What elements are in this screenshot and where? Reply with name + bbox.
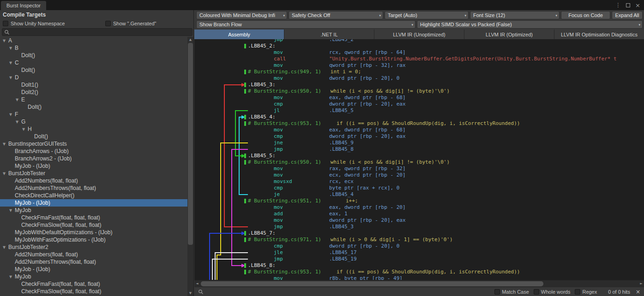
branch-flow-dropdown[interactable]: Show Branch Flow▾ [196, 20, 415, 29]
tree-item[interactable]: MyJob - (IJob) [0, 266, 187, 273]
window-tab-burst-inspector[interactable]: Burst Inspector [1, 1, 46, 10]
tree-item[interactable]: DoIt1() [0, 81, 187, 89]
tab-llvm-ir-optimisation-diagnostics[interactable]: LLVM IR Optimisation Diagnostics [554, 30, 644, 39]
simd-highlight-dropdown[interactable]: Highlight SIMD Scalar vs Packed (False)▾ [417, 20, 643, 29]
tree-item[interactable]: DoIt() [0, 52, 187, 59]
tree-item[interactable]: ▼BurstJobTester [0, 170, 187, 177]
tree-item[interactable]: MyJobWithDefaultOptimizations - (IJob) [0, 229, 187, 236]
tree-item[interactable]: Add2Numbers(float, float) [0, 251, 187, 258]
close-search-icon[interactable]: × [636, 289, 640, 295]
targets-search-input[interactable] [12, 29, 190, 36]
foldout-open-icon[interactable]: ▼ [16, 96, 21, 103]
asm-label: .LBB45_7: [248, 230, 276, 236]
asm-mnemonic: mov [274, 204, 329, 211]
code-line-label: .LBB45_3: [194, 82, 644, 88]
safety-check-dropdown[interactable]: Safety Check Off▾ [289, 11, 383, 19]
show-generated-checkbox[interactable]: Show ".Generated" [105, 20, 156, 27]
tab-llvm-ir-optimized[interactable]: LLVM IR (Optimized) [464, 30, 554, 39]
foldout-open-icon[interactable]: ▼ [16, 118, 21, 125]
checkbox-box[interactable] [575, 289, 580, 295]
foldout-open-icon[interactable]: ▼ [9, 45, 15, 52]
focus-on-code-button[interactable]: Focus on Code [561, 11, 610, 19]
match-case-checkbox[interactable]: Match Case [494, 289, 529, 295]
whole-words-checkbox[interactable]: Whole words [534, 289, 571, 295]
tree-item[interactable]: CheckFmaFast(float, float, float) [0, 280, 187, 288]
foldout-open-icon[interactable]: ▼ [9, 111, 15, 118]
tree-item[interactable]: BranchArrows2 - (IJob) [0, 155, 187, 162]
tree-item[interactable]: ▼C [0, 59, 187, 66]
block-marker-icon [244, 160, 246, 165]
tree-item[interactable]: Add2Numbers(float, float) [0, 177, 187, 184]
code-line-asm: jmp.LBB45_2 [194, 39, 644, 43]
checkbox-box[interactable] [494, 289, 500, 295]
window-close-icon[interactable]: × [635, 2, 640, 9]
target-dropdown[interactable]: Target (Auto)▾ [385, 11, 469, 19]
tree-item[interactable]: ▼G [0, 118, 187, 125]
tree-item[interactable]: ▼D [0, 74, 187, 81]
tree-item[interactable]: CheckFmaSlow(float, float, float) [0, 288, 187, 295]
show-unity-namespace-checkbox[interactable]: Show Unity Namespace [3, 20, 65, 27]
tree-item[interactable]: ▼BurstJobTester2 [0, 243, 187, 251]
scroll-right-icon[interactable]: ► [638, 280, 644, 287]
tree-item[interactable]: ▼A [0, 37, 187, 44]
tree-item[interactable]: ▼MyJob [0, 207, 187, 214]
find-field[interactable] [198, 288, 490, 295]
code-line-label: .LBB45_7: [194, 230, 644, 237]
tree-item[interactable]: DoIt() [0, 103, 187, 111]
regex-checkbox[interactable]: Regex [575, 289, 597, 295]
foldout-open-icon[interactable]: ▼ [9, 59, 15, 66]
tree-item[interactable]: ▼B [0, 44, 187, 52]
tree-item[interactable]: Add2NumbersThrows(float, float) [0, 258, 187, 266]
tree-item[interactable]: DoIt() [0, 66, 187, 74]
scroll-left-icon[interactable]: ◄ [194, 280, 200, 287]
asm-mnemonic: movsxd [274, 178, 329, 185]
tree-item[interactable]: CheckFmaFast(float, float, float) [0, 214, 187, 221]
checkbox-box[interactable] [105, 21, 111, 26]
find-input[interactable] [206, 288, 490, 295]
tree-item[interactable]: ▼H [0, 125, 187, 133]
tab-net-il[interactable]: .NET IL [284, 30, 374, 39]
tab-llvm-ir-unoptimized[interactable]: LLVM IR (Unoptimized) [374, 30, 464, 39]
checkbox-box[interactable] [3, 21, 8, 26]
tree-item[interactable]: ▼MyJob [0, 273, 187, 280]
tree-item[interactable]: Add2NumbersThrows(float, float) [0, 184, 187, 192]
tree-item[interactable]: ▼E [0, 96, 187, 103]
tree-item[interactable]: MyJob - (IJob) [0, 199, 187, 207]
checkbox-box[interactable] [534, 289, 539, 295]
tree-scrollbar-thumb[interactable] [188, 43, 193, 245]
tree-item[interactable]: CheckFmaSlow(float, float, float) [0, 221, 187, 229]
control-label: Coloured With Minimal Debug Infi [199, 12, 275, 18]
tree-item-label: Add2NumbersThrows(float, float) [15, 259, 96, 265]
code-line-asm: jle.LBB45_17 [194, 249, 644, 256]
code-hscrollbar[interactable]: ◄ ► [194, 280, 644, 287]
foldout-open-icon[interactable]: ▼ [3, 141, 8, 148]
tree-item[interactable]: MyJobWithFastOptimizations - (IJob) [0, 236, 187, 243]
tab-assembly[interactable]: Assembly [194, 30, 284, 39]
tree-item[interactable]: DoIt2() [0, 89, 187, 96]
code-hscrollbar-thumb[interactable] [201, 281, 543, 286]
foldout-open-icon[interactable]: ▼ [22, 126, 28, 133]
tree-item[interactable]: BranchArrows - (IJob) [0, 148, 187, 155]
debug-info-dropdown[interactable]: Coloured With Minimal Debug Infi▾ [196, 11, 287, 19]
foldout-open-icon[interactable]: ▼ [3, 170, 8, 177]
control-label: Focus on Code [568, 12, 603, 18]
foldout-open-icon[interactable]: ▼ [3, 37, 8, 44]
assembly-view[interactable]: jmp.LBB45_2.LBB45_2:movrcx, qword ptr [r… [194, 39, 644, 280]
tree-item[interactable]: ▼F [0, 111, 187, 118]
font-size-dropdown[interactable]: Font Size (12)▾ [470, 11, 560, 19]
foldout-open-icon[interactable]: ▼ [9, 273, 15, 280]
foldout-open-icon[interactable]: ▼ [9, 74, 15, 81]
window-menu-icon[interactable]: ⋮ [615, 2, 621, 8]
tree-item[interactable]: ▼BurstInspectorGUITests [0, 140, 187, 148]
scroll-up-icon[interactable]: ▲ [187, 37, 193, 42]
tree-item[interactable]: DoIt() [0, 133, 187, 140]
targets-search-field[interactable] [2, 28, 193, 36]
window-maximize-icon[interactable] [626, 3, 630, 7]
foldout-open-icon[interactable]: ▼ [3, 244, 8, 251]
tree-scrollbar[interactable]: ▲ ▼ [187, 37, 193, 296]
foldout-open-icon[interactable]: ▼ [9, 207, 15, 214]
scroll-down-icon[interactable]: ▼ [187, 290, 193, 296]
tree-item[interactable]: MyJob - (IJob) [0, 162, 187, 170]
expand-all-button[interactable]: Expand All [612, 11, 643, 19]
tree-item[interactable]: CheckDirectCallHelper() [0, 192, 187, 199]
